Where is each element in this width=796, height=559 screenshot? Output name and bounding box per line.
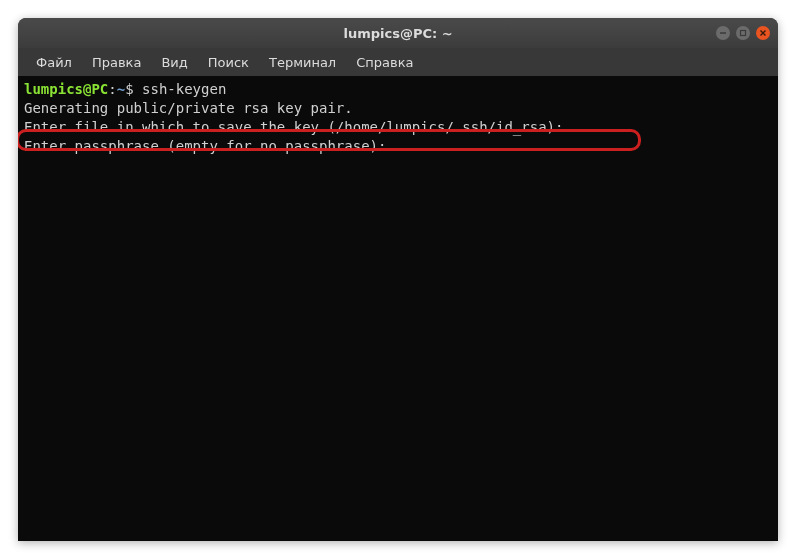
menubar: Файл Правка Вид Поиск Терминал Справка (18, 48, 778, 76)
minimize-icon (719, 29, 727, 37)
menu-edit[interactable]: Правка (84, 51, 149, 74)
close-button[interactable] (756, 26, 770, 40)
titlebar[interactable]: lumpics@PC: ~ (18, 18, 778, 48)
menu-help[interactable]: Справка (348, 51, 421, 74)
maximize-button[interactable] (736, 26, 750, 40)
menu-search[interactable]: Поиск (200, 51, 257, 74)
window-controls (716, 26, 770, 40)
close-icon (759, 29, 767, 37)
prompt-sep: : (108, 81, 116, 97)
output-line-1: Generating public/private rsa key pair. (24, 99, 772, 118)
output-line-3: Enter passphrase (empty for no passphras… (24, 137, 772, 156)
output-line-2: Enter file in which to save the key (/ho… (24, 118, 772, 137)
prompt-user: lumpics@PC (24, 81, 108, 97)
menu-view[interactable]: Вид (153, 51, 195, 74)
svg-rect-1 (741, 31, 746, 36)
maximize-icon (739, 29, 747, 37)
menu-terminal[interactable]: Терминал (261, 51, 344, 74)
prompt-line: lumpics@PC:~$ ssh-keygen (24, 80, 772, 99)
prompt-symbol: $ (125, 81, 142, 97)
terminal-output[interactable]: lumpics@PC:~$ ssh-keygen Generating publ… (18, 76, 778, 541)
menu-file[interactable]: Файл (28, 51, 80, 74)
prompt-path: ~ (117, 81, 125, 97)
window-title: lumpics@PC: ~ (343, 26, 452, 41)
command-text: ssh-keygen (142, 81, 226, 97)
minimize-button[interactable] (716, 26, 730, 40)
terminal-window: lumpics@PC: ~ Файл Правка Вид Поиск Терм… (18, 18, 778, 541)
